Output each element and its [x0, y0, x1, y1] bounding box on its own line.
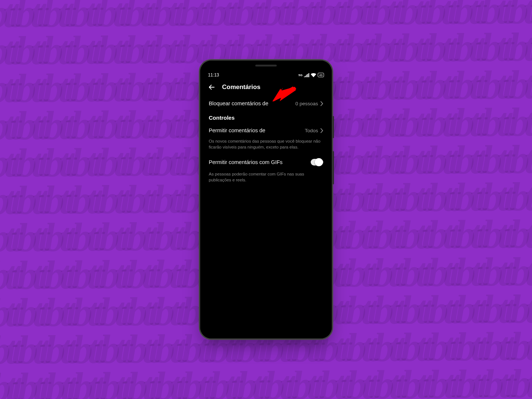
row-value: 0 pessoas	[295, 101, 318, 106]
battery-icon: 49	[318, 73, 324, 77]
hint-block: Os novos comentários das pessoas que voc…	[204, 138, 328, 154]
chevron-right-icon	[320, 128, 323, 133]
hint-gif: As pessoas poderão comentar com GIFs nas…	[204, 171, 328, 187]
row-label: Permitir comentários de	[209, 127, 265, 133]
app-header: Comentários	[204, 79, 328, 96]
row-allow-comments-from[interactable]: Permitir comentários de Todos	[204, 123, 328, 138]
wifi-icon	[311, 73, 316, 77]
device-speaker	[255, 65, 277, 66]
phone-screen: 11:13 5G 49	[204, 69, 328, 334]
row-allow-gif-comments[interactable]: Permitir comentários com GIFs	[204, 154, 328, 171]
signal-icon	[304, 73, 309, 77]
row-block-comments-from[interactable]: Bloquear comentários de 0 pessoas	[204, 96, 328, 111]
device-frame: 11:13 5G 49	[200, 61, 332, 338]
section-controls: Controles	[204, 111, 328, 123]
row-value: Todos	[305, 128, 318, 133]
status-bar: 11:13 5G 49	[204, 69, 328, 79]
network-type-label: 5G	[299, 74, 303, 77]
row-label: Bloquear comentários de	[209, 100, 268, 106]
battery-text: 49	[319, 73, 323, 77]
page-title: Comentários	[222, 83, 260, 91]
toggle-gif-comments[interactable]	[311, 159, 323, 166]
status-time: 11:13	[208, 72, 219, 78]
backdrop: tbttbttbttbttbttbttbttbttbttbttbttbttbtt…	[0, 0, 532, 399]
chevron-right-icon	[320, 101, 323, 106]
row-label: Permitir comentários com GIFs	[209, 159, 283, 165]
back-button[interactable]	[208, 83, 215, 91]
